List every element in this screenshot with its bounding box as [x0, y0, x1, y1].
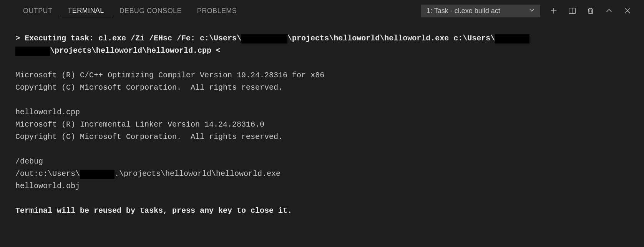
- terminal-output[interactable]: > Executing task: cl.exe /Zi /EHsc /Fe: …: [0, 22, 644, 247]
- tab-terminal[interactable]: TERMINAL: [60, 3, 111, 18]
- redacted-username: [241, 34, 287, 43]
- terminal-panel: OUTPUT TERMINAL DEBUG CONSOLE PROBLEMS 1…: [0, 0, 644, 247]
- copyright-line: Copyright (C) Microsoft Corporation. All…: [15, 83, 283, 92]
- reuse-line: Terminal will be reused by tasks, press …: [15, 206, 292, 215]
- task-selector-label: 1: Task - cl.exe build act: [427, 7, 500, 15]
- chevron-down-icon: [529, 7, 535, 15]
- redacted-username: [15, 47, 50, 56]
- close-panel-button[interactable]: [622, 6, 632, 16]
- maximize-panel-button[interactable]: [604, 6, 614, 16]
- new-terminal-button[interactable]: [549, 6, 559, 16]
- kill-terminal-button[interactable]: [586, 6, 596, 16]
- terminal-task-selector[interactable]: 1: Task - cl.exe build act: [421, 5, 540, 17]
- copyright-line: Copyright (C) Microsoft Corporation. All…: [15, 132, 283, 141]
- exec-line-prefix: > Executing task: cl.exe /Zi /EHsc /Fe: …: [15, 34, 241, 43]
- panel-tabbar: OUTPUT TERMINAL DEBUG CONSOLE PROBLEMS 1…: [0, 0, 644, 22]
- compiler-line: Microsoft (R) C/C++ Optimizing Compiler …: [15, 71, 324, 80]
- debug-flag-line: /debug: [15, 157, 43, 166]
- redacted-username: [495, 34, 529, 43]
- panel-toolbar: 1: Task - cl.exe build act: [421, 5, 636, 17]
- tab-problems[interactable]: PROBLEMS: [189, 4, 244, 18]
- tab-debug-console[interactable]: DEBUG CONSOLE: [112, 4, 189, 18]
- out-line-prefix: /out:c:\Users\: [15, 169, 80, 178]
- obj-file-line: helloworld.obj: [15, 182, 80, 190]
- linker-line: Microsoft (R) Incremental Linker Version…: [15, 120, 264, 129]
- exec-line-mid: \projects\helloworld\helloworld.exe c:\U…: [287, 34, 495, 43]
- source-file-line: helloworld.cpp: [15, 108, 80, 117]
- split-terminal-button[interactable]: [567, 6, 577, 16]
- out-line-suffix: .\projects\helloworld\helloworld.exe: [115, 169, 281, 178]
- redacted-username: [80, 170, 115, 179]
- tab-output[interactable]: OUTPUT: [15, 4, 60, 18]
- exec-line-tail: \projects\helloworld\helloworld.cpp <: [50, 46, 221, 55]
